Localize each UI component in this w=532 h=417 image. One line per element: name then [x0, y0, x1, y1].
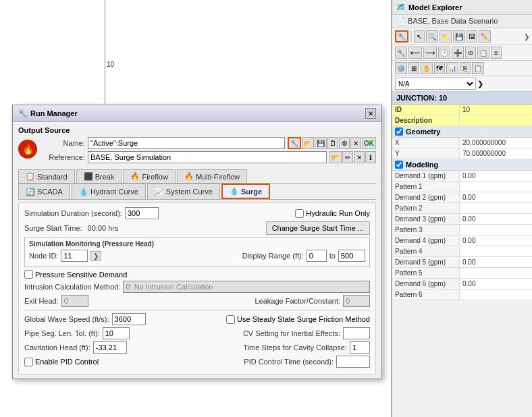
- steady-state-checkbox[interactable]: [226, 315, 235, 324]
- pressure-sensitive-checkbox[interactable]: [24, 270, 33, 279]
- prop-label-pattern4: Pattern 4: [392, 246, 460, 256]
- prop-value-demand6[interactable]: 0.00: [460, 279, 532, 289]
- dialog-title-text: Run Manager: [30, 109, 78, 117]
- back-btn[interactable]: ⟵: [408, 47, 422, 59]
- ref-edit-btn[interactable]: ✏: [342, 151, 353, 163]
- report-btn[interactable]: 📋: [477, 47, 489, 59]
- tab-hydrant[interactable]: 💧 Hydrant Curve: [72, 184, 146, 199]
- hand-btn[interactable]: ✋: [421, 62, 433, 74]
- prop-value-demand5[interactable]: 0.00: [460, 257, 532, 267]
- tab-systemcurve[interactable]: 📈 System Curve: [147, 184, 220, 199]
- pipe-seg-input[interactable]: [103, 327, 130, 339]
- prop-value-pattern3[interactable]: [460, 225, 532, 235]
- edit-btn[interactable]: ✏️: [479, 30, 491, 43]
- enable-pid-checkbox[interactable]: [24, 358, 33, 366]
- id-btn[interactable]: ID: [465, 47, 476, 59]
- reference-row: Reference: 📂 ✏ ✕ ℹ: [41, 151, 376, 163]
- run-manager-btn[interactable]: 🔧: [395, 30, 408, 43]
- ok-btn[interactable]: OK: [362, 137, 376, 149]
- modeling-checkbox[interactable]: [395, 161, 403, 169]
- tab-fireflow[interactable]: 🔥 Fireflow: [123, 169, 176, 183]
- pid-time-input[interactable]: [336, 356, 370, 368]
- prop-row-pattern3: Pattern 3: [392, 225, 532, 235]
- prop-value-pattern4[interactable]: [460, 246, 532, 256]
- prop-label-demand3: Demand 3 (gpm): [392, 214, 460, 224]
- pressure-sensitive-label-wrap: Pressure Sensitive Demand: [24, 270, 127, 279]
- time-steps-input[interactable]: [350, 341, 370, 354]
- cavitation-input[interactable]: [93, 341, 127, 354]
- dialog-body: Output Source 🔥 Name: 🔧 📂 💾 🗒 ⚙ ✕: [13, 122, 381, 379]
- prop-value-pattern6[interactable]: [460, 289, 532, 300]
- node-id-arrow[interactable]: ❯: [90, 251, 101, 261]
- node-id-input[interactable]: [61, 250, 88, 262]
- tab-multifireflow[interactable]: 🔥 Multi-Fireflow: [177, 169, 247, 183]
- prop-row-pattern1: Pattern 1: [392, 182, 532, 192]
- settings-btn[interactable]: ⚙️: [395, 62, 407, 74]
- ref-del-btn[interactable]: ✕: [354, 151, 365, 163]
- prop-row-desc: Description: [392, 115, 532, 126]
- display-range-from[interactable]: [307, 250, 327, 262]
- ref-open-btn[interactable]: 📂: [329, 151, 342, 163]
- prop-value-pattern2[interactable]: [460, 203, 532, 213]
- prop-label-pattern6: Pattern 6: [392, 289, 460, 300]
- display-range-to[interactable]: [338, 250, 365, 262]
- name-input[interactable]: [88, 137, 285, 149]
- prop-value-y[interactable]: 70.000000000: [460, 148, 532, 159]
- prop-value-demand4[interactable]: 0.00: [460, 235, 532, 246]
- del-btn[interactable]: ✕: [350, 137, 361, 149]
- prop-value-demand2[interactable]: 0.00: [460, 192, 532, 202]
- prop-value-pattern1[interactable]: [460, 182, 532, 192]
- global-wave-input[interactable]: [112, 313, 146, 325]
- props-btn[interactable]: ⚙: [339, 137, 350, 149]
- map-btn[interactable]: 🗺: [434, 62, 445, 74]
- save-btn[interactable]: 💾: [453, 30, 465, 43]
- global-wave-row: Global Wave Speed (ft/s): Use Steady Sta…: [24, 313, 370, 325]
- me-scenario-text: BASE, Base Data Scenario: [408, 17, 498, 25]
- tab-surge[interactable]: 💧 Surge: [221, 184, 270, 199]
- ref-info-btn[interactable]: ℹ: [365, 151, 376, 163]
- floppy-btn[interactable]: 🖫: [467, 30, 477, 43]
- cv-setting-input[interactable]: [343, 327, 370, 339]
- sim-duration-row: Simulation Duration (second): Hydraulic …: [24, 207, 370, 219]
- geometry-checkbox[interactable]: [395, 128, 403, 136]
- zoom-btn[interactable]: 🔍: [426, 30, 438, 43]
- prop-row-demand5: Demand 5 (gpm) 0.00: [392, 257, 532, 268]
- prop-value-desc[interactable]: [460, 115, 532, 126]
- table-btn[interactable]: ⊞: [408, 62, 419, 74]
- paste-btn[interactable]: 📋: [472, 62, 484, 74]
- folder-btn[interactable]: 📁: [440, 30, 452, 43]
- tab-scada[interactable]: 🔄 SCADA: [18, 184, 70, 199]
- tabs-row: 📋 Standard ⬛ Break 🔥 Fireflow 🔥 Multi-Fi…: [18, 169, 376, 184]
- run-manager-title-icon: 🔧: [18, 109, 28, 118]
- prop-value-x[interactable]: 20.000000000: [460, 138, 532, 148]
- reference-input[interactable]: [88, 151, 327, 163]
- clock-btn[interactable]: 🕐: [438, 47, 450, 59]
- nav-arrow[interactable]: ❯: [524, 33, 529, 40]
- open-btn[interactable]: 📂: [302, 137, 314, 149]
- fireflow-icon: 🔥: [130, 172, 140, 181]
- hydraulic-run-only-checkbox[interactable]: [295, 209, 304, 218]
- list-btn[interactable]: ≡: [491, 47, 502, 59]
- plus-btn[interactable]: ➕: [452, 47, 464, 59]
- sim-duration-input[interactable]: [125, 207, 159, 219]
- prop-value-pattern5[interactable]: [460, 268, 532, 278]
- close-button[interactable]: ✕: [365, 108, 376, 119]
- save-output-btn[interactable]: 💾: [315, 137, 327, 149]
- prop-row-pattern2: Pattern 2: [392, 203, 532, 214]
- wrench-btn[interactable]: 🔧: [395, 47, 407, 59]
- prop-value-demand1[interactable]: 0.00: [460, 171, 532, 181]
- copy-btn[interactable]: ⎘: [460, 62, 471, 74]
- prop-value-id[interactable]: 10: [460, 105, 532, 115]
- collapse-arrow[interactable]: ❯: [477, 80, 483, 88]
- me-toolbar2: 🔧 ⟵ ⟶ 🕐 ➕ ID 📋 ≡: [392, 45, 532, 61]
- saveas-btn[interactable]: 🗒: [327, 137, 338, 149]
- run-btn[interactable]: 🔧: [288, 137, 301, 149]
- change-surge-btn[interactable]: Change Surge Start Time ...: [266, 221, 370, 235]
- fwd-btn[interactable]: ⟶: [423, 47, 437, 59]
- cursor-btn[interactable]: ↖: [414, 30, 425, 43]
- me-dropdown-select[interactable]: N/A: [395, 78, 476, 90]
- tab-break[interactable]: ⬛ Break: [76, 169, 122, 183]
- prop-value-demand3[interactable]: 0.00: [460, 214, 532, 224]
- chart-btn[interactable]: 📊: [446, 62, 458, 74]
- tab-standard[interactable]: 📋 Standard: [18, 169, 75, 183]
